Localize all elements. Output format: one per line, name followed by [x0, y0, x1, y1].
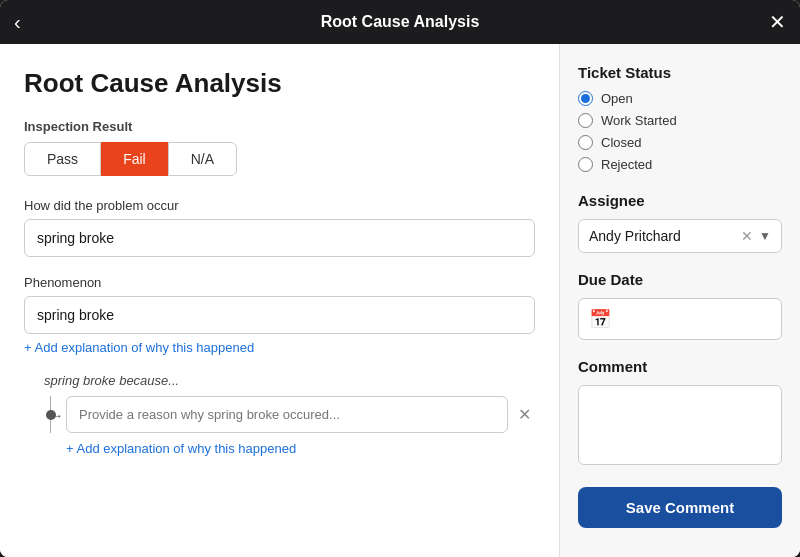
assignee-label: Assignee [578, 192, 782, 209]
comment-textarea[interactable] [578, 385, 782, 465]
status-work-started-radio[interactable] [578, 113, 593, 128]
pass-button[interactable]: Pass [24, 142, 101, 176]
ticket-status-title: Ticket Status [578, 64, 782, 81]
comment-label: Comment [578, 358, 782, 375]
ticket-status-section: Ticket Status Open Work Started Closed R… [578, 64, 782, 172]
status-work-started-label: Work Started [601, 113, 677, 128]
status-open-radio[interactable] [578, 91, 593, 106]
status-open-label: Open [601, 91, 633, 106]
modal-body: Root Cause Analysis Inspection Result Pa… [0, 44, 800, 557]
inspection-buttons: Pass Fail N/A [24, 142, 535, 176]
assignee-section: Assignee Andy Pritchard ✕ ▼ [578, 192, 782, 253]
left-panel: Root Cause Analysis Inspection Result Pa… [0, 44, 560, 557]
comment-section: Comment [578, 358, 782, 469]
because-input[interactable] [66, 396, 508, 433]
because-clear-button[interactable]: ✕ [514, 403, 535, 426]
chevron-down-icon: ▼ [759, 229, 771, 243]
because-input-row: ✕ [66, 396, 535, 433]
page-title: Root Cause Analysis [24, 68, 535, 99]
problem-input[interactable] [24, 219, 535, 257]
close-button[interactable]: ✕ [769, 10, 786, 34]
assignee-value: Andy Pritchard [589, 228, 681, 244]
back-button[interactable]: ‹ [14, 11, 21, 34]
status-closed-label: Closed [601, 135, 641, 150]
due-date-label: Due Date [578, 271, 782, 288]
phenomenon-input[interactable] [24, 296, 535, 334]
status-closed[interactable]: Closed [578, 135, 782, 150]
na-button[interactable]: N/A [168, 142, 237, 176]
because-label: spring broke because... [44, 373, 535, 388]
assignee-select-inner: Andy Pritchard ✕ ▼ [589, 228, 771, 244]
problem-group: How did the problem occur [24, 198, 535, 257]
problem-label: How did the problem occur [24, 198, 535, 213]
modal-title: Root Cause Analysis [321, 13, 480, 31]
assignee-select[interactable]: Andy Pritchard ✕ ▼ [578, 219, 782, 253]
status-rejected[interactable]: Rejected [578, 157, 782, 172]
add-explanation-link-2[interactable]: + Add explanation of why this happened [44, 441, 535, 456]
fail-button[interactable]: Fail [101, 142, 168, 176]
right-panel: Ticket Status Open Work Started Closed R… [560, 44, 800, 557]
due-date-section: Due Date 📅 [578, 271, 782, 340]
inspection-result-label: Inspection Result [24, 119, 535, 134]
modal-header: ‹ Root Cause Analysis ✕ [0, 0, 800, 44]
assignee-clear-button[interactable]: ✕ [741, 228, 753, 244]
due-date-input[interactable]: 📅 [578, 298, 782, 340]
status-rejected-label: Rejected [601, 157, 652, 172]
calendar-icon: 📅 [589, 308, 611, 330]
inspection-result-group: Inspection Result Pass Fail N/A [24, 119, 535, 176]
because-section: spring broke because... → ✕ + Add explan… [24, 373, 535, 456]
status-open[interactable]: Open [578, 91, 782, 106]
phenomenon-label: Phenomenon [24, 275, 535, 290]
save-comment-button[interactable]: Save Comment [578, 487, 782, 528]
because-wrapper: → ✕ [44, 396, 535, 433]
status-rejected-radio[interactable] [578, 157, 593, 172]
status-work-started[interactable]: Work Started [578, 113, 782, 128]
status-closed-radio[interactable] [578, 135, 593, 150]
phenomenon-group: Phenomenon + Add explanation of why this… [24, 275, 535, 355]
add-explanation-link-1[interactable]: + Add explanation of why this happened [24, 340, 535, 355]
